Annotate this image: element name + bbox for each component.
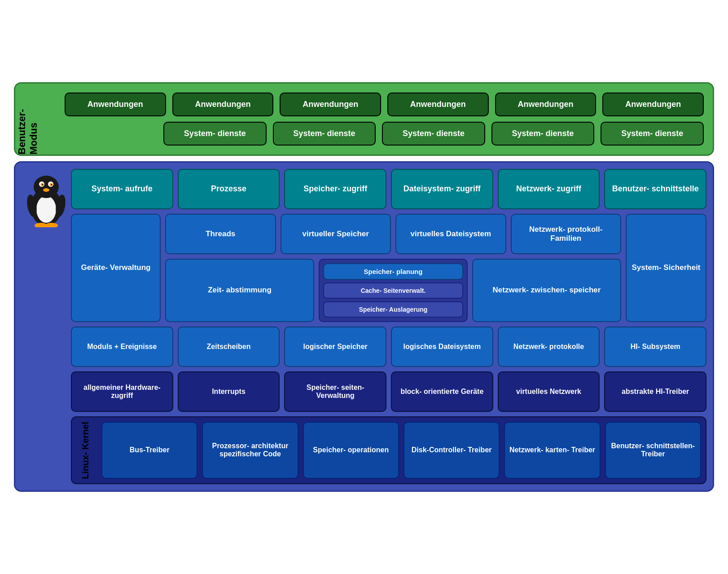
kernel-content: System- aufrufe Prozesse Speicher- zugri… xyxy=(71,169,706,485)
speicher-auslagerung-box: Speicher- Auslagerung xyxy=(323,301,463,318)
netzwerk-protokoll-familien-box: Netzwerk- protokoll- Familien xyxy=(511,214,622,254)
syscalls-row: System- aufrufe Prozesse Speicher- zugri… xyxy=(71,169,706,209)
prozessorarchitektur-box: Prozessor- architektur spezifischer Code xyxy=(202,422,298,479)
systemaufrufe-box: System- aufrufe xyxy=(71,169,173,209)
speicherzugriff-box: Speicher- zugriff xyxy=(284,169,386,209)
penguin-area xyxy=(22,169,71,485)
hi-subsystem-box: HI- Subsystem xyxy=(604,327,706,367)
netzwerkzugriff-box: Netzwerk- zugriff xyxy=(498,169,600,209)
netzwerkkarten-treiber-box: Netzwerk- karten- Treiber xyxy=(504,422,600,479)
anwendungen-row: Anwendungen Anwendungen Anwendungen Anwe… xyxy=(65,93,704,116)
systemdienst-5: System- dienste xyxy=(601,122,704,146)
cache-seitenverwalt-box: Cache- Seitenverwalt. xyxy=(323,283,463,299)
logisches-dateisystem-box: logisches Dateisystem xyxy=(391,327,493,367)
middle-area: Threads virtueller Speicher virtuelles D… xyxy=(165,214,621,322)
speicher-cluster: Speicher- planung Cache- Seitenverwalt. … xyxy=(319,259,468,322)
prozesse-box: Prozesse xyxy=(178,169,280,209)
svg-point-9 xyxy=(43,188,49,192)
anwendung-1: Anwendungen xyxy=(65,93,166,116)
systemdienste-row: System- dienste System- dienste System- … xyxy=(65,122,704,146)
disk-controller-treiber-box: Disk-Controller- Treiber xyxy=(403,422,500,479)
bus-treiber-box: Bus-Treiber xyxy=(101,422,197,479)
anwendung-4: Anwendungen xyxy=(387,93,489,116)
row3-inner: Zeit- abstimmung Speicher- planung Cache… xyxy=(165,259,621,322)
linux-kernel-label: Linux- Kernel xyxy=(76,422,94,479)
allgemeiner-hardwarezugriff-box: allgemeiner Hardware- zugriff xyxy=(71,371,173,412)
virtueller-speicher-box: virtueller Speicher xyxy=(281,214,391,254)
systemdienst-1: System- dienste xyxy=(163,122,267,146)
speicherseiten-verwaltung-box: Speicher- seiten- Verwaltung xyxy=(284,371,386,412)
anwendung-3: Anwendungen xyxy=(280,93,381,116)
anwendung-6: Anwendungen xyxy=(602,93,704,116)
speicheroperationen-box: Speicher- operationen xyxy=(303,422,399,479)
zeitabstimmung-box: Zeit- abstimmung xyxy=(165,259,314,322)
systemdienst-3: System- dienste xyxy=(382,122,485,146)
geraete-verwaltung-box: Geräte- Verwaltung xyxy=(71,214,161,322)
svg-point-1 xyxy=(36,196,56,223)
row2-inner: Threads virtueller Speicher virtuelles D… xyxy=(165,214,621,254)
abstrakte-hi-treiber-box: abstrakte HI-Treiber xyxy=(604,371,706,412)
netzwerk-zwischenspeicher-box: Netzwerk- zwischen- speicher xyxy=(472,259,621,322)
anwendung-2: Anwendungen xyxy=(172,93,274,116)
systemdienst-4: System- dienste xyxy=(491,122,595,146)
kernel-section: System- aufrufe Prozesse Speicher- zugri… xyxy=(14,161,714,492)
zeitscheiben-box: Zeitscheiben xyxy=(178,327,280,367)
virtuelles-netzwerk-box: virtuelles Netzwerk xyxy=(498,371,600,412)
virtuelles-dateisystem-box: virtuelles Dateisystem xyxy=(395,214,506,254)
interrupts-box: Interrupts xyxy=(178,371,280,412)
threads-box: Threads xyxy=(165,214,276,254)
rows23-area: Geräte- Verwaltung Threads virtueller Sp… xyxy=(71,214,706,322)
row4: Moduls + Ereignisse Zeitscheiben logisch… xyxy=(71,327,706,367)
svg-point-7 xyxy=(42,184,44,185)
system-sicherheit-box: System- Sicherheit xyxy=(626,214,706,322)
logischer-speicher-box: logischer Speicher xyxy=(284,327,386,367)
benutzer-modus-label: Benutzer- Modus xyxy=(16,84,39,155)
diagram: Benutzer- Modus Anwendungen Anwendungen … xyxy=(14,82,714,492)
systemdienst-2: System- dienste xyxy=(273,122,376,146)
row5: allgemeiner Hardware- zugriff Interrupts… xyxy=(71,371,706,412)
block-orientierte-geraete-box: block- orientierte Geräte xyxy=(391,371,493,412)
linux-penguin xyxy=(24,173,69,227)
anwendung-5: Anwendungen xyxy=(495,93,596,116)
svg-point-8 xyxy=(51,184,53,185)
speicherplanung-box: Speicher- planung xyxy=(323,263,463,280)
dateisystemzugriff-box: Dateisystem- zugriff xyxy=(391,169,493,209)
netzwerk-protokolle-box: Netzwerk- protokolle xyxy=(498,327,600,367)
moduls-ereignisse-box: Moduls + Ereignisse xyxy=(71,327,173,367)
svg-point-2 xyxy=(34,176,59,198)
benutzerschnittstelle-box: Benutzer- schnittstelle xyxy=(604,169,706,209)
benutzerschnittstellen-treiber-box: Benutzer- schnittstellen- Treiber xyxy=(605,422,701,479)
benutzer-modus-section: Benutzer- Modus Anwendungen Anwendungen … xyxy=(14,82,714,156)
row6-wrapper: Linux- Kernel Bus-Treiber Prozessor- arc… xyxy=(71,416,706,485)
row6: Bus-Treiber Prozessor- architektur spezi… xyxy=(101,422,701,479)
